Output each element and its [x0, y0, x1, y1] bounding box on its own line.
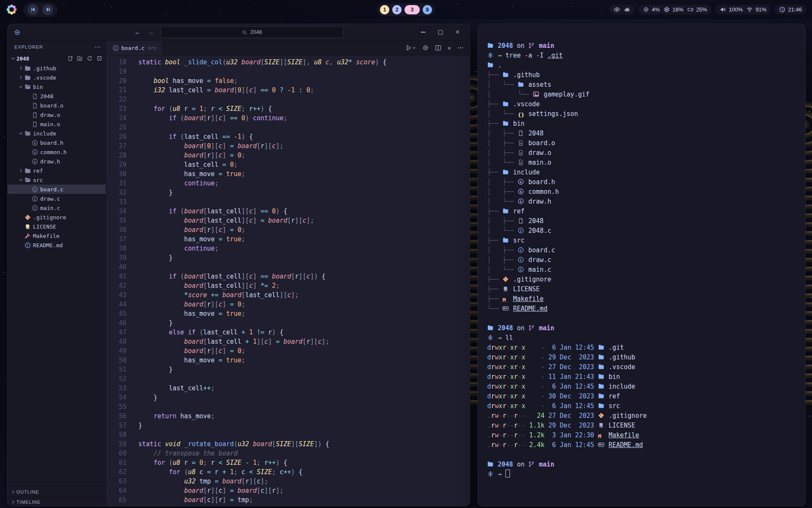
code-line-52[interactable]: 52 [106, 374, 470, 384]
code-line-41[interactable]: 41 if (board[last_cell][c] == board[r][c… [106, 272, 470, 281]
code-line-19[interactable]: 19 [106, 67, 470, 76]
code-line-47[interactable]: 47 else if (last_cell + 1 != r) { [106, 328, 470, 337]
close-button[interactable]: × [455, 29, 461, 35]
collapse-folders-button[interactable] [96, 55, 102, 61]
code-line-38[interactable]: 38 continue; [106, 244, 470, 253]
code-line-23[interactable]: 23 for (u8 r = 1; r < SIZE; r++) { [106, 104, 470, 113]
code-line-26[interactable]: 26 if (last_cell == -1) { [106, 132, 470, 141]
code-line-34[interactable]: 34 if (board[last_cell][c] == 0) { [106, 207, 470, 216]
code-line-36[interactable]: 36 board[r][c] = 0; [106, 225, 470, 235]
code-line-57[interactable]: 57} [106, 421, 470, 430]
more-actions-button[interactable] [457, 44, 464, 51]
code-line-32[interactable]: 32 } [106, 188, 470, 197]
explorer-item-board.c[interactable]: Cboard.c [8, 185, 106, 194]
explorer-item-bin[interactable]: bin [8, 82, 106, 91]
explorer-item-.gitignore[interactable]: .gitignore [8, 213, 106, 222]
explorer-item-LICENSE[interactable]: LICENSE [8, 222, 106, 231]
explorer-more-button[interactable]: ⋯ [94, 43, 101, 51]
weather-module[interactable] [609, 5, 634, 14]
code-line-20[interactable]: 20 bool has_move = false; [106, 76, 470, 86]
explorer-item-include[interactable]: include [8, 129, 106, 138]
explorer-item-draw.o[interactable]: draw.o [8, 110, 106, 119]
explorer-item-board.h[interactable]: hboard.h [8, 138, 106, 147]
explorer-item-README.md[interactable]: README.md [8, 240, 106, 250]
refresh-button[interactable] [87, 55, 93, 61]
explorer-item-.vscode[interactable]: .vscode [8, 73, 106, 82]
code-line-42[interactable]: 42 board[last_cell][c] *= 2; [106, 281, 470, 290]
clock-module[interactable]: 21:46 [775, 5, 806, 14]
explorer-item-board.o[interactable]: board.o [8, 101, 106, 110]
explorer-item-2048[interactable]: 2048 [8, 91, 106, 101]
editor-settings-button[interactable] [422, 44, 429, 51]
code-line-58[interactable]: 58 [106, 430, 470, 439]
workspace-1[interactable]: 1 [380, 5, 390, 14]
explorer-item-Makefile[interactable]: Makefile [8, 231, 106, 240]
explorer-item-.github[interactable]: .github [8, 64, 106, 73]
code-line-28[interactable]: 28 board[r][c] = 0; [106, 151, 470, 160]
code-line-60[interactable]: 60 // transpose the board [106, 449, 470, 458]
maximize-button[interactable] [437, 29, 443, 35]
back-button[interactable]: ← [134, 28, 141, 36]
new-folder-button[interactable] [77, 55, 83, 61]
minimize-button[interactable] [420, 29, 426, 35]
code-line-18[interactable]: 18static bool _slide_col(u32 board[SIZE]… [106, 58, 470, 67]
code-line-51[interactable]: 51 } [106, 365, 470, 374]
code-line-59[interactable]: 59static void _rotate_board(u32 board[SI… [106, 439, 470, 449]
code-line-25[interactable]: 25 [106, 123, 470, 132]
terminal-window[interactable]: 2048 on main → tree -a -I .git .├── .git… [477, 24, 806, 506]
explorer-item-main.c[interactable]: Cmain.c [8, 203, 106, 213]
search-box[interactable]: 2048 [161, 26, 343, 38]
code-line-62[interactable]: 62 for (u8 c = r + 1; c < SIZE; c++) { [106, 467, 470, 477]
code-line-33[interactable]: 33 [106, 197, 470, 207]
code-line-39[interactable]: 39 } [106, 253, 470, 262]
explorer-item-src[interactable]: src [8, 175, 106, 185]
code-line-56[interactable]: 56 return has_move; [106, 411, 470, 421]
launcher-icon[interactable] [6, 4, 17, 15]
workspace-3[interactable]: 3 [405, 5, 420, 14]
explorer-item-draw.c[interactable]: Cdraw.c [8, 194, 106, 203]
code-line-27[interactable]: 27 board[0][c] = board[r][c]; [106, 141, 470, 151]
code-line-50[interactable]: 50 has_move = true; [106, 356, 470, 365]
workspace-2[interactable]: 2 [392, 5, 402, 14]
code-line-54[interactable]: 54 } [106, 393, 470, 402]
code-line-45[interactable]: 45 has_move = true; [106, 309, 470, 318]
tab-board.c[interactable]: C board.c src [106, 41, 163, 55]
close-editor-button[interactable]: × [447, 44, 451, 52]
media-prev-button[interactable] [27, 4, 38, 15]
code-line-43[interactable]: 43 *score += board[last_cell][c]; [106, 290, 470, 300]
outline-panel[interactable]: OUTLINE [8, 486, 106, 497]
code-line-64[interactable]: 64 board[r][c] = board[c][r]; [106, 486, 470, 495]
explorer-item-common.h[interactable]: hcommon.h [8, 147, 106, 157]
code-line-31[interactable]: 31 continue; [106, 179, 470, 188]
system-stats-module[interactable]: 4% 16% 25% [639, 5, 711, 14]
code-line-21[interactable]: 21 i32 last_cell = board[0][c] == 0 ? -1… [106, 86, 470, 95]
code-line-53[interactable]: 53 last_cell++; [106, 384, 470, 393]
workspace-8[interactable]: 8 [423, 5, 432, 14]
code-line-24[interactable]: 24 if (board[r][c] == 0) continue; [106, 113, 470, 123]
audio-network-module[interactable]: 100% 91% [716, 5, 771, 14]
explorer-item-main.o[interactable]: main.o [8, 119, 106, 129]
run-button[interactable] [405, 44, 416, 51]
explorer-item-ref[interactable]: ref [8, 166, 106, 175]
code-line-65[interactable]: 65 board[c][r] = tmp; [106, 495, 470, 505]
code-line-29[interactable]: 29 last_cell = 0; [106, 160, 470, 169]
code-line-30[interactable]: 30 has_move = true; [106, 169, 470, 179]
code-line-49[interactable]: 49 board[r][c] = 0; [106, 346, 470, 356]
code-line-22[interactable]: 22 [106, 95, 470, 104]
code-line-40[interactable]: 40 [106, 262, 470, 272]
explorer-item-draw.h[interactable]: hdraw.h [8, 157, 106, 166]
code-line-35[interactable]: 35 board[last_cell][c] = board[r][c]; [106, 216, 470, 225]
code-line-55[interactable]: 55 [106, 402, 470, 411]
new-file-button[interactable] [67, 55, 73, 61]
code-line-48[interactable]: 48 board[last_cell + 1][c] = board[r][c]… [106, 337, 470, 346]
forward-button[interactable]: → [148, 28, 154, 36]
code-line-61[interactable]: 61 for (u8 r = 0; r < SIZE - 1; r++) { [106, 458, 470, 467]
code-line-37[interactable]: 37 has_move = true; [106, 235, 470, 244]
code-line-63[interactable]: 63 u32 tmp = board[r][c]; [106, 477, 470, 486]
split-editor-button[interactable] [435, 44, 442, 51]
code-line-44[interactable]: 44 board[r][c] = 0; [106, 300, 470, 309]
code-line-46[interactable]: 46 } [106, 318, 470, 328]
project-root-row[interactable]: 2048 [8, 53, 106, 64]
media-next-button[interactable] [42, 4, 53, 15]
timeline-panel[interactable]: TIMELINE [8, 497, 106, 506]
